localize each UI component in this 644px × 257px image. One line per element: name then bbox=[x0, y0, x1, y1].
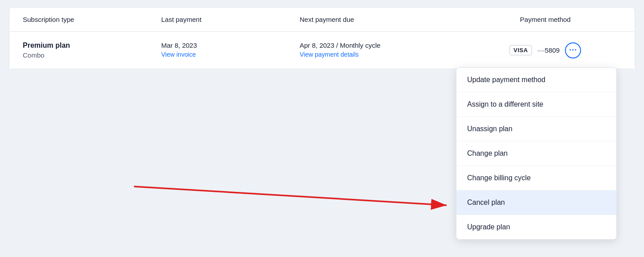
dropdown-item-cancel-plan[interactable]: Cancel plan bbox=[456, 191, 616, 215]
svg-line-1 bbox=[134, 187, 447, 205]
header-next-payment-due: Next payment due bbox=[295, 8, 465, 31]
plan-subtype: Combo bbox=[23, 51, 152, 59]
plan-name: Premium plan bbox=[23, 41, 152, 50]
last-payment-cell: Mar 8, 2023 View invoice bbox=[157, 32, 295, 69]
next-payment-date: Apr 8, 2023 / Monthly cycle bbox=[300, 41, 460, 49]
table-header: Subscription type Last payment Next paym… bbox=[9, 8, 635, 32]
dropdown-item-assign-site[interactable]: Assign to a different site bbox=[456, 92, 616, 117]
table-row: Premium plan Combo Mar 8, 2023 View invo… bbox=[9, 32, 635, 69]
view-invoice-link[interactable]: View invoice bbox=[161, 51, 291, 58]
payment-method-cell: VISA ····5809 ··· Update payment method … bbox=[465, 32, 626, 69]
header-payment-method: Payment method bbox=[465, 8, 626, 31]
dropdown-item-change-plan[interactable]: Change plan bbox=[456, 141, 616, 166]
next-payment-cell: Apr 8, 2023 / Monthly cycle View payment… bbox=[295, 32, 465, 69]
header-last-payment: Last payment bbox=[157, 8, 295, 31]
dropdown-item-upgrade-plan[interactable]: Upgrade plan bbox=[456, 215, 616, 239]
more-options-button[interactable]: ··· bbox=[565, 42, 581, 58]
card-brand: VISA bbox=[514, 47, 528, 54]
dropdown-item-unassign-plan[interactable]: Unassign plan bbox=[456, 117, 616, 141]
subscription-type-cell: Premium plan Combo bbox=[18, 32, 157, 69]
view-payment-details-link[interactable]: View payment details bbox=[300, 51, 460, 58]
dropdown-item-change-billing[interactable]: Change billing cycle bbox=[456, 166, 616, 191]
subscriptions-table: Subscription type Last payment Next paym… bbox=[9, 7, 635, 69]
dropdown-item-update-payment[interactable]: Update payment method bbox=[456, 68, 616, 92]
card-last4: ····5809 bbox=[537, 46, 560, 54]
annotation-arrow bbox=[134, 173, 464, 213]
last-payment-date: Mar 8, 2023 bbox=[161, 41, 197, 49]
dropdown-menu: Update payment method Assign to a differ… bbox=[456, 67, 617, 240]
visa-badge: VISA bbox=[510, 45, 532, 55]
header-subscription-type: Subscription type bbox=[18, 8, 157, 31]
